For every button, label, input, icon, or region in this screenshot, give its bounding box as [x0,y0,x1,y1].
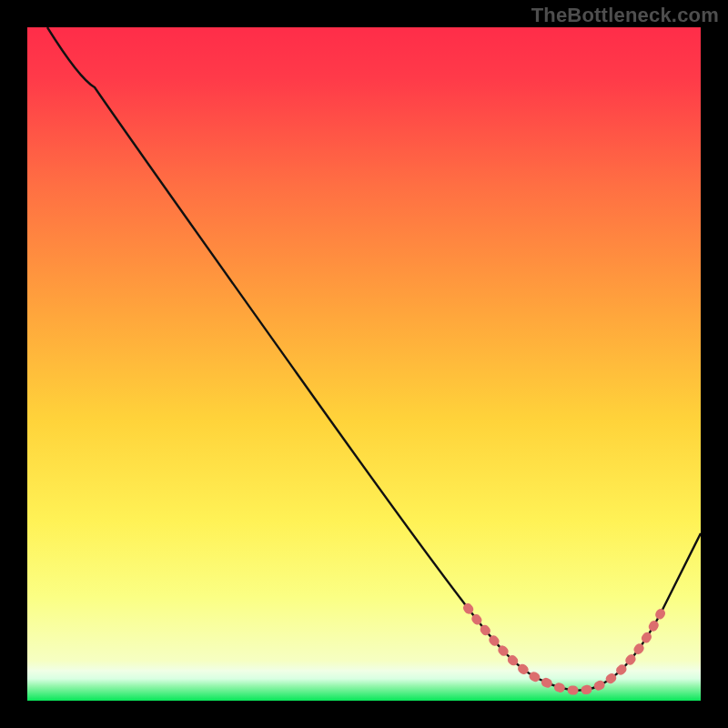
chart-svg [27,27,701,701]
watermark-text: TheBottleneck.com [531,4,719,27]
plot-area [27,27,701,701]
gradient-background-upper [27,27,701,661]
chart-frame: TheBottleneck.com [0,0,728,728]
